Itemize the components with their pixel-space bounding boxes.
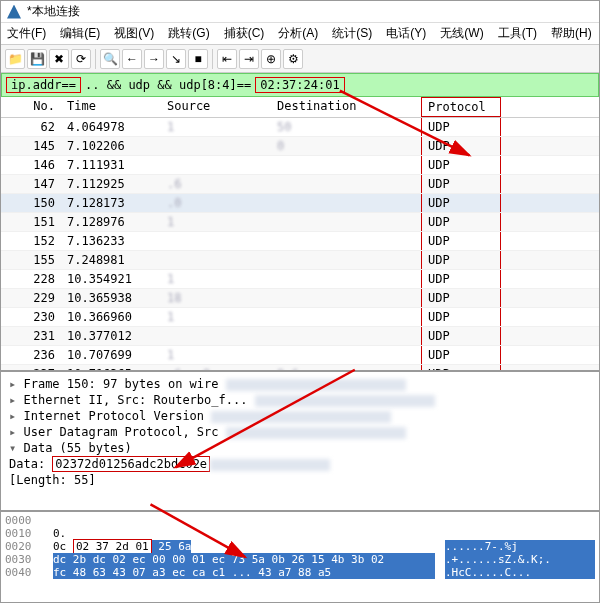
menu-file[interactable]: 文件(F) (7, 25, 46, 42)
menu-stats[interactable]: 统计(S) (332, 25, 372, 42)
tree-frame[interactable]: Frame 150: 97 bytes on wire (9, 376, 591, 392)
menu-help[interactable]: 帮助(H) (551, 25, 592, 42)
menu-edit[interactable]: 编辑(E) (60, 25, 100, 42)
cell-time: 7.102206 (61, 137, 161, 155)
menu-capture[interactable]: 捕获(C) (224, 25, 265, 42)
cell-protocol: UDP (421, 346, 501, 364)
reload-icon[interactable]: ⟳ (71, 49, 91, 69)
tree-data[interactable]: Data (55 bytes) (9, 440, 591, 456)
window-title: *本地连接 (27, 3, 80, 20)
cell-protocol: UDP (421, 327, 501, 345)
cell-no: 230 (1, 308, 61, 326)
cell-time: 4.064978 (61, 118, 161, 136)
cell-protocol: UDP (421, 308, 501, 326)
cell-no: 237 (1, 365, 61, 372)
hex-view[interactable]: 0000 0010 0. 0020 0c 02 37 2d 01 25 6a .… (1, 512, 599, 602)
last-icon[interactable]: ⇥ (239, 49, 259, 69)
save-icon[interactable]: 💾 (27, 49, 47, 69)
table-row[interactable]: 23010.3669601UDP (1, 308, 599, 327)
table-row[interactable]: 22910.36593818UDP (1, 289, 599, 308)
menu-wireless[interactable]: 无线(W) (440, 25, 483, 42)
filter-prefix: ip.addr== (6, 77, 81, 93)
table-row[interactable]: 1517.1289761UDP (1, 213, 599, 232)
table-row[interactable]: 22810.3549211UDP (1, 270, 599, 289)
find-icon[interactable]: 🔍 (100, 49, 120, 69)
cell-source: 1 (161, 346, 271, 364)
hex-row[interactable]: 0020 0c 02 37 2d 01 25 6a ......7-.%j (5, 540, 595, 553)
menu-view[interactable]: 视图(V) (114, 25, 154, 42)
settings-icon[interactable]: ⚙ (283, 49, 303, 69)
stop-icon[interactable]: ■ (188, 49, 208, 69)
tree-ethernet[interactable]: Ethernet II, Src: Routerbo_f... (9, 392, 591, 408)
table-row[interactable]: 624.064978150UDP (1, 118, 599, 137)
cell-destination (271, 251, 421, 269)
cell-no: 62 (1, 118, 61, 136)
cell-destination: 0 (271, 137, 421, 155)
cell-protocol: UDP (421, 137, 501, 155)
tree-data-value[interactable]: Data: 02372d01256adc2bdc02e (9, 456, 591, 472)
forward-icon[interactable]: → (144, 49, 164, 69)
cell-time: 7.128976 (61, 213, 161, 231)
cell-protocol: UDP (421, 175, 501, 193)
open-icon[interactable]: 📁 (5, 49, 25, 69)
first-icon[interactable]: ⇤ (217, 49, 237, 69)
cell-source (161, 156, 271, 174)
tree-ip[interactable]: Internet Protocol Version (9, 408, 591, 424)
table-row[interactable]: 1527.136233UDP (1, 232, 599, 251)
cell-destination (271, 289, 421, 307)
cell-time: 10.366960 (61, 308, 161, 326)
col-no[interactable]: No. (1, 97, 61, 117)
hex-row[interactable]: 0030 dc 2b dc 02 ec 00 00 01 ec 73 5a 0b… (5, 553, 595, 566)
cell-destination (271, 327, 421, 345)
cell-source (161, 251, 271, 269)
filter-bar[interactable]: ip.addr== .. && udp && udp[8:4] == 02:37… (1, 73, 599, 97)
close-icon[interactable]: ✖ (49, 49, 69, 69)
menu-tools[interactable]: 工具(T) (498, 25, 537, 42)
menu-go[interactable]: 跳转(G) (168, 25, 209, 42)
table-row[interactable]: 1457.1022060UDP (1, 137, 599, 156)
goto-icon[interactable]: ↘ (166, 49, 186, 69)
col-protocol[interactable]: Protocol (421, 97, 501, 117)
menu-telephony[interactable]: 电话(Y) (386, 25, 426, 42)
cell-destination (271, 175, 421, 193)
cell-destination: 50 (271, 118, 421, 136)
table-row[interactable]: 1557.248981UDP (1, 251, 599, 270)
tree-udp[interactable]: User Datagram Protocol, Src (9, 424, 591, 440)
col-time[interactable]: Time (61, 97, 161, 117)
table-row[interactable]: 23610.7076991UDP (1, 346, 599, 365)
cell-destination (271, 346, 421, 364)
cell-protocol: UDP (421, 251, 501, 269)
cell-no: 236 (1, 346, 61, 364)
cell-no: 228 (1, 270, 61, 288)
tree-data-length[interactable]: [Length: 55] (9, 472, 591, 488)
table-row[interactable]: 1507.128173.0UDP (1, 194, 599, 213)
hex-row[interactable]: 0040 fc 48 63 43 07 a3 ec ca c1 ... 43 a… (5, 566, 595, 579)
cell-destination (271, 270, 421, 288)
title-bar: *本地连接 (1, 1, 599, 23)
cell-time: 10.365938 (61, 289, 161, 307)
table-row[interactable]: 1467.111931UDP (1, 156, 599, 175)
col-destination[interactable]: Destination (271, 97, 421, 117)
cell-source: .6 (161, 175, 271, 193)
packet-list[interactable]: No. Time Source Destination Protocol 624… (1, 97, 599, 372)
table-row[interactable]: 23110.377012UDP (1, 327, 599, 346)
cell-no: 152 (1, 232, 61, 250)
cell-destination (271, 156, 421, 174)
cell-source: .6. .9 (161, 365, 271, 372)
cell-source (161, 137, 271, 155)
menu-analyze[interactable]: 分析(A) (278, 25, 318, 42)
hex-row[interactable]: 0000 (5, 514, 595, 527)
cell-protocol: UDP (421, 213, 501, 231)
table-row[interactable]: 1477.112925.6UDP (1, 175, 599, 194)
back-icon[interactable]: ← (122, 49, 142, 69)
cell-no: 146 (1, 156, 61, 174)
cell-protocol: UDP (421, 156, 501, 174)
table-row[interactable]: 23710.716365.6. .98.6UDP (1, 365, 599, 372)
zoom-icon[interactable]: ⊕ (261, 49, 281, 69)
filter-mid: .. && udp && udp[8:4] (85, 78, 237, 92)
cell-time: 10.377012 (61, 327, 161, 345)
col-source[interactable]: Source (161, 97, 271, 117)
cell-destination: 8.6 (271, 365, 421, 372)
packet-details[interactable]: Frame 150: 97 bytes on wire Ethernet II,… (1, 372, 599, 512)
packet-header: No. Time Source Destination Protocol (1, 97, 599, 118)
